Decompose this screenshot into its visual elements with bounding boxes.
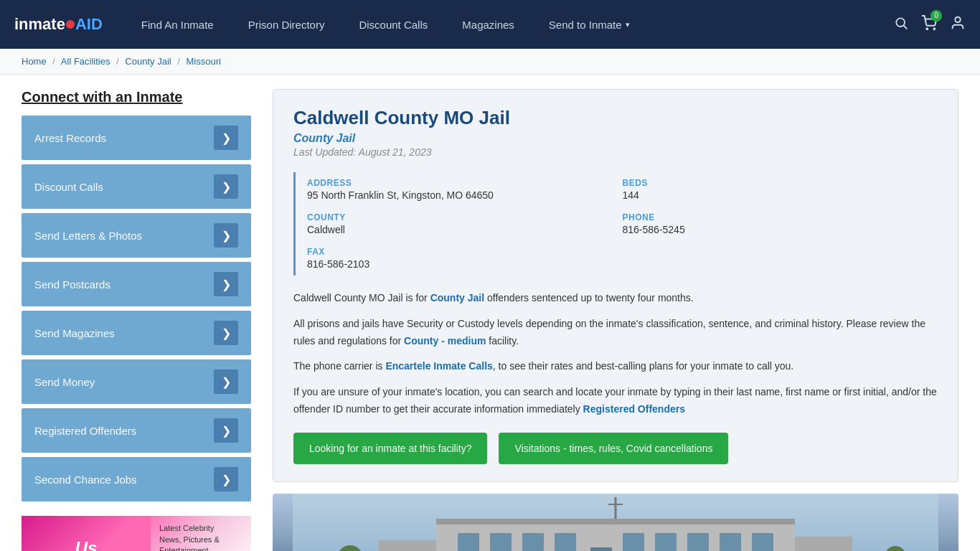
- cart-badge: 0: [930, 10, 942, 22]
- fax-cell: FAX 816-586-2103: [307, 241, 623, 276]
- encartele-link[interactable]: Encartele Inmate Calls: [385, 360, 492, 372]
- sidebar-title: Connect with an Inmate: [22, 89, 251, 105]
- cart-icon[interactable]: 0: [921, 15, 937, 34]
- sidebar-item-second-chance-jobs[interactable]: Second Chance Jobs ❯: [22, 457, 251, 501]
- chevron-down-icon: ▾: [626, 20, 630, 29]
- svg-rect-16: [720, 533, 741, 551]
- desc-para-3: The phone carrier is Encartele Inmate Ca…: [293, 358, 938, 375]
- phone-cell: PHONE 816-586-5245: [623, 207, 938, 241]
- ad-text: Latest Celebrity News, Pictures & Entert…: [151, 517, 228, 551]
- breadcrumb-bar: Home / All Facilities / County Jail / Mi…: [0, 49, 980, 75]
- sidebar-item-send-letters[interactable]: Send Letters & Photos ❯: [22, 213, 251, 258]
- arrow-icon: ❯: [214, 223, 238, 248]
- header: inmateAID Find An Inmate Prison Director…: [0, 0, 980, 49]
- nav-send-to-inmate[interactable]: Send to Inmate ▾: [532, 0, 647, 49]
- sidebar-item-discount-calls[interactable]: Discount Calls ❯: [22, 164, 251, 209]
- arrow-icon: ❯: [214, 321, 238, 345]
- beds-value: 144: [623, 189, 931, 201]
- county-medium-link[interactable]: County - medium: [404, 335, 486, 347]
- svg-rect-9: [458, 533, 479, 551]
- arrow-icon: ❯: [214, 126, 238, 150]
- details-grid: ADDRESS 95 North Franklin St, Kingston, …: [293, 172, 938, 276]
- svg-rect-18: [590, 547, 612, 551]
- phone-value: 816-586-5245: [623, 224, 931, 235]
- svg-point-3: [933, 28, 935, 29]
- find-inmate-button[interactable]: Looking for an inmate at this facility?: [293, 433, 487, 464]
- main-layout: Connect with an Inmate Arrest Records ❯ …: [0, 75, 980, 551]
- svg-point-4: [955, 17, 960, 22]
- nav-prison-directory[interactable]: Prison Directory: [231, 0, 342, 49]
- action-buttons: Looking for an inmate at this facility? …: [293, 433, 938, 464]
- desc-para-4: If you are unsure of your inmate's locat…: [293, 384, 938, 418]
- county-jail-link[interactable]: County Jail: [430, 292, 484, 303]
- sidebar-item-send-money[interactable]: Send Money ❯: [22, 359, 251, 404]
- address-value: 95 North Franklin St, Kingston, MO 64650: [307, 189, 616, 201]
- county-cell: COUNTY Caldwell: [307, 207, 623, 241]
- county-value: Caldwell: [307, 224, 616, 235]
- user-icon[interactable]: [950, 15, 966, 34]
- main-content: Caldwell County MO Jail County Jail Last…: [273, 89, 958, 551]
- arrow-icon: ❯: [214, 272, 238, 296]
- facility-type: County Jail: [293, 132, 938, 145]
- sidebar-item-arrest-records[interactable]: Arrest Records ❯: [22, 116, 251, 160]
- sidebar: Connect with an Inmate Arrest Records ❯ …: [22, 89, 251, 551]
- address-cell: ADDRESS 95 North Franklin St, Kingston, …: [307, 172, 623, 207]
- facility-image: [273, 494, 958, 551]
- ad-image: Us: [22, 516, 151, 551]
- arrow-icon: ❯: [214, 418, 238, 443]
- arrow-icon: ❯: [214, 174, 238, 199]
- advertisement: Us Latest Celebrity News, Pictures & Ent…: [22, 516, 251, 551]
- beds-cell: BEDS 144: [623, 172, 938, 207]
- arrow-icon: ❯: [214, 467, 238, 491]
- last-updated: Last Updated: August 21, 2023: [293, 146, 938, 158]
- svg-rect-15: [687, 533, 709, 551]
- nav-find-inmate[interactable]: Find An Inmate: [124, 0, 231, 49]
- svg-point-0: [896, 18, 905, 27]
- county-label: COUNTY: [307, 212, 616, 222]
- facility-card: Caldwell County MO Jail County Jail Last…: [273, 89, 958, 482]
- phone-label: PHONE: [623, 212, 931, 222]
- sidebar-item-send-postcards[interactable]: Send Postcards ❯: [22, 262, 251, 306]
- main-nav: Find An Inmate Prison Directory Discount…: [124, 0, 894, 49]
- sidebar-item-registered-offenders[interactable]: Registered Offenders ❯: [22, 408, 251, 453]
- svg-rect-8: [436, 519, 795, 524]
- breadcrumb-home[interactable]: Home: [22, 56, 47, 67]
- sidebar-item-send-magazines[interactable]: Send Magazines ❯: [22, 311, 251, 355]
- header-icons: 0: [894, 15, 966, 34]
- registered-offenders-link[interactable]: Registered Offenders: [583, 403, 685, 415]
- ad-line2: News, Pictures &: [159, 534, 220, 545]
- desc-para-1: Caldwell County MO Jail is for County Ja…: [293, 290, 938, 307]
- fax-value: 816-586-2103: [307, 258, 616, 270]
- search-icon[interactable]: [894, 16, 908, 34]
- facility-name: Caldwell County MO Jail: [293, 107, 938, 129]
- svg-rect-22: [795, 537, 852, 551]
- description: Caldwell County MO Jail is for County Ja…: [293, 290, 938, 418]
- ad-logo: Us: [75, 538, 98, 551]
- svg-point-2: [926, 28, 928, 29]
- desc-para-2: All prisons and jails have Security or C…: [293, 316, 938, 350]
- logo[interactable]: inmateAID: [14, 15, 103, 34]
- svg-rect-17: [752, 533, 773, 551]
- breadcrumb-missouri[interactable]: Missouri: [187, 56, 221, 67]
- breadcrumb-county-jail[interactable]: County Jail: [125, 56, 171, 67]
- ad-line3: Entertainment: [159, 545, 220, 551]
- breadcrumb: Home / All Facilities / County Jail / Mi…: [22, 56, 958, 67]
- beds-label: BEDS: [623, 178, 931, 188]
- svg-rect-12: [555, 533, 576, 551]
- breadcrumb-all-facilities[interactable]: All Facilities: [61, 56, 110, 67]
- svg-rect-14: [655, 533, 677, 551]
- svg-rect-10: [490, 533, 512, 551]
- svg-rect-11: [522, 533, 544, 551]
- arrow-icon: ❯: [214, 369, 238, 394]
- svg-line-1: [904, 25, 908, 29]
- nav-discount-calls[interactable]: Discount Calls: [341, 0, 445, 49]
- address-label: ADDRESS: [307, 178, 616, 188]
- nav-magazines[interactable]: Magazines: [445, 0, 532, 49]
- visitations-button[interactable]: Visitations - times, rules, Covid cancel…: [499, 433, 728, 464]
- svg-rect-13: [623, 533, 644, 551]
- fax-label: FAX: [307, 247, 616, 257]
- svg-rect-21: [379, 540, 436, 551]
- ad-line1: Latest Celebrity: [159, 523, 220, 534]
